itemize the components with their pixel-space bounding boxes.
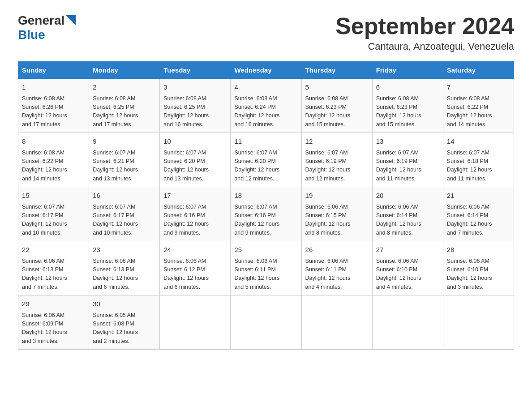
calendar-cell: [231, 295, 301, 350]
week-row-3: 15Sunrise: 6:07 AMSunset: 6:17 PMDayligh…: [18, 187, 514, 241]
weekday-header-wednesday: Wednesday: [231, 62, 301, 79]
calendar-cell: 27Sunrise: 6:06 AMSunset: 6:10 PMDayligh…: [372, 241, 443, 295]
day-number: 22: [22, 245, 85, 255]
day-number: 2: [93, 82, 156, 93]
calendar-cell: [372, 295, 443, 350]
day-info: Sunrise: 6:07 AMSunset: 6:21 PMDaylight:…: [93, 149, 156, 184]
calendar-cell: 9Sunrise: 6:07 AMSunset: 6:21 PMDaylight…: [89, 133, 160, 187]
calendar-cell: 1Sunrise: 6:08 AMSunset: 6:26 PMDaylight…: [18, 79, 89, 133]
calendar-cell: 24Sunrise: 6:06 AMSunset: 6:12 PMDayligh…: [160, 241, 231, 295]
calendar-cell: 8Sunrise: 6:08 AMSunset: 6:22 PMDaylight…: [18, 133, 89, 187]
day-number: 8: [22, 137, 85, 147]
day-number: 14: [447, 137, 510, 147]
day-number: 26: [305, 245, 369, 255]
title-area: September 2024 Cantaura, Anzoategui, Ven…: [335, 13, 514, 52]
day-info: Sunrise: 6:07 AMSunset: 6:16 PMDaylight:…: [163, 203, 227, 238]
day-number: 7: [447, 82, 510, 93]
calendar-cell: 26Sunrise: 6:06 AMSunset: 6:11 PMDayligh…: [301, 241, 372, 295]
day-info: Sunrise: 6:06 AMSunset: 6:14 PMDaylight:…: [447, 203, 510, 238]
day-number: 27: [376, 245, 439, 255]
calendar-cell: 28Sunrise: 6:06 AMSunset: 6:10 PMDayligh…: [443, 241, 514, 295]
day-info: Sunrise: 6:08 AMSunset: 6:25 PMDaylight:…: [93, 94, 156, 129]
calendar-cell: 22Sunrise: 6:06 AMSunset: 6:13 PMDayligh…: [18, 241, 89, 295]
day-info: Sunrise: 6:06 AMSunset: 6:09 PMDaylight:…: [22, 311, 85, 346]
day-number: 21: [447, 191, 510, 201]
week-row-1: 1Sunrise: 6:08 AMSunset: 6:26 PMDaylight…: [18, 79, 514, 133]
calendar-cell: 16Sunrise: 6:07 AMSunset: 6:17 PMDayligh…: [89, 187, 160, 241]
calendar-cell: 2Sunrise: 6:08 AMSunset: 6:25 PMDaylight…: [89, 79, 160, 133]
weekday-header-friday: Friday: [372, 62, 443, 79]
weekday-header-monday: Monday: [89, 62, 160, 79]
day-info: Sunrise: 6:06 AMSunset: 6:12 PMDaylight:…: [163, 257, 227, 292]
day-number: 1: [22, 82, 85, 93]
svg-marker-0: [66, 15, 76, 25]
day-info: Sunrise: 6:07 AMSunset: 6:19 PMDaylight:…: [376, 149, 439, 184]
weekday-header-tuesday: Tuesday: [160, 62, 231, 79]
day-number: 24: [163, 245, 227, 255]
day-info: Sunrise: 6:08 AMSunset: 6:26 PMDaylight:…: [22, 94, 85, 129]
calendar-cell: 21Sunrise: 6:06 AMSunset: 6:14 PMDayligh…: [443, 187, 514, 241]
day-number: 9: [93, 137, 156, 147]
week-row-5: 29Sunrise: 6:06 AMSunset: 6:09 PMDayligh…: [18, 295, 514, 350]
calendar-cell: 17Sunrise: 6:07 AMSunset: 6:16 PMDayligh…: [160, 187, 231, 241]
day-number: 10: [163, 137, 227, 147]
day-info: Sunrise: 6:07 AMSunset: 6:19 PMDaylight:…: [305, 149, 369, 184]
day-number: 20: [376, 191, 439, 201]
weekday-header-sunday: Sunday: [18, 62, 89, 79]
day-number: 23: [93, 245, 156, 255]
calendar-table: SundayMondayTuesdayWednesdayThursdayFrid…: [18, 61, 514, 350]
calendar-cell: [160, 295, 231, 350]
day-info: Sunrise: 6:07 AMSunset: 6:20 PMDaylight:…: [234, 149, 297, 184]
logo: General Blue: [18, 13, 76, 42]
calendar-cell: 23Sunrise: 6:06 AMSunset: 6:13 PMDayligh…: [89, 241, 160, 295]
day-info: Sunrise: 6:05 AMSunset: 6:08 PMDaylight:…: [93, 311, 156, 346]
calendar-cell: 29Sunrise: 6:06 AMSunset: 6:09 PMDayligh…: [18, 295, 89, 350]
day-info: Sunrise: 6:07 AMSunset: 6:16 PMDaylight:…: [234, 203, 297, 238]
weekday-header-saturday: Saturday: [443, 62, 514, 79]
header: General Blue September 2024 Cantaura, An…: [18, 13, 514, 52]
day-info: Sunrise: 6:06 AMSunset: 6:10 PMDaylight:…: [447, 257, 510, 292]
week-row-4: 22Sunrise: 6:06 AMSunset: 6:13 PMDayligh…: [18, 241, 514, 295]
day-info: Sunrise: 6:06 AMSunset: 6:13 PMDaylight:…: [93, 257, 156, 292]
weekday-header-row: SundayMondayTuesdayWednesdayThursdayFrid…: [18, 62, 514, 79]
logo-general-text: General: [18, 13, 64, 28]
day-number: 18: [234, 191, 297, 201]
day-info: Sunrise: 6:08 AMSunset: 6:22 PMDaylight:…: [447, 94, 510, 129]
weekday-header-thursday: Thursday: [301, 62, 372, 79]
day-info: Sunrise: 6:08 AMSunset: 6:22 PMDaylight:…: [22, 149, 85, 184]
calendar-cell: 5Sunrise: 6:08 AMSunset: 6:23 PMDaylight…: [301, 79, 372, 133]
calendar-cell: 14Sunrise: 6:07 AMSunset: 6:18 PMDayligh…: [443, 133, 514, 187]
day-info: Sunrise: 6:06 AMSunset: 6:14 PMDaylight:…: [376, 203, 439, 238]
calendar-cell: 6Sunrise: 6:08 AMSunset: 6:23 PMDaylight…: [372, 79, 443, 133]
day-info: Sunrise: 6:07 AMSunset: 6:17 PMDaylight:…: [93, 203, 156, 238]
day-number: 30: [93, 299, 156, 309]
day-info: Sunrise: 6:06 AMSunset: 6:15 PMDaylight:…: [305, 203, 369, 238]
subtitle: Cantaura, Anzoategui, Venezuela: [335, 41, 514, 52]
page-title: September 2024: [335, 13, 514, 39]
calendar-cell: 18Sunrise: 6:07 AMSunset: 6:16 PMDayligh…: [231, 187, 301, 241]
calendar-cell: 15Sunrise: 6:07 AMSunset: 6:17 PMDayligh…: [18, 187, 89, 241]
day-number: 11: [234, 137, 297, 147]
day-number: 3: [163, 82, 227, 93]
day-number: 25: [234, 245, 297, 255]
calendar-cell: [301, 295, 372, 350]
day-number: 4: [234, 82, 297, 93]
calendar-cell: 7Sunrise: 6:08 AMSunset: 6:22 PMDaylight…: [443, 79, 514, 133]
day-number: 19: [305, 191, 369, 201]
day-number: 17: [163, 191, 227, 201]
day-number: 13: [376, 137, 439, 147]
day-info: Sunrise: 6:06 AMSunset: 6:10 PMDaylight:…: [376, 257, 439, 292]
day-info: Sunrise: 6:08 AMSunset: 6:24 PMDaylight:…: [234, 94, 297, 129]
day-info: Sunrise: 6:08 AMSunset: 6:23 PMDaylight:…: [305, 94, 369, 129]
day-info: Sunrise: 6:06 AMSunset: 6:11 PMDaylight:…: [305, 257, 369, 292]
calendar-cell: 3Sunrise: 6:08 AMSunset: 6:25 PMDaylight…: [160, 79, 231, 133]
calendar-cell: 11Sunrise: 6:07 AMSunset: 6:20 PMDayligh…: [231, 133, 301, 187]
day-number: 12: [305, 137, 369, 147]
calendar-cell: 12Sunrise: 6:07 AMSunset: 6:19 PMDayligh…: [301, 133, 372, 187]
day-number: 29: [22, 299, 85, 309]
calendar-cell: 20Sunrise: 6:06 AMSunset: 6:14 PMDayligh…: [372, 187, 443, 241]
calendar-cell: 25Sunrise: 6:06 AMSunset: 6:11 PMDayligh…: [231, 241, 301, 295]
day-number: 16: [93, 191, 156, 201]
calendar-cell: 4Sunrise: 6:08 AMSunset: 6:24 PMDaylight…: [231, 79, 301, 133]
day-info: Sunrise: 6:08 AMSunset: 6:25 PMDaylight:…: [163, 94, 227, 129]
